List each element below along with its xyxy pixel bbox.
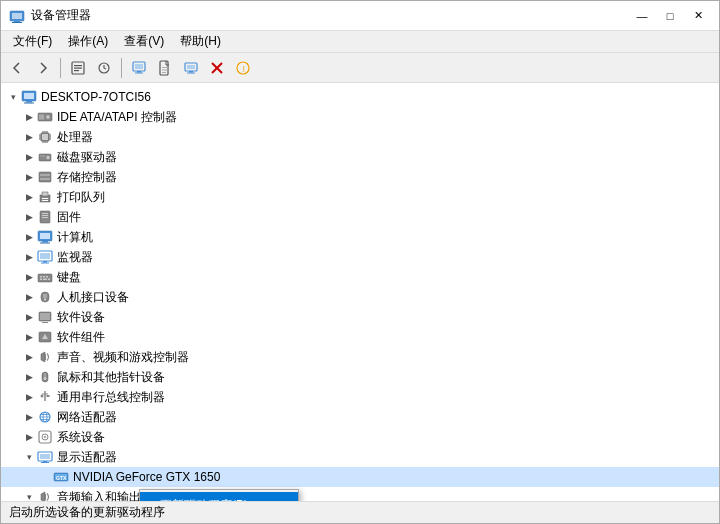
- window-icon: [9, 8, 25, 24]
- tree-item-5[interactable]: ▶ 固件: [1, 207, 719, 227]
- label-9: 人机接口设备: [57, 289, 129, 306]
- label-11: 软件组件: [57, 329, 105, 346]
- tree-item-7[interactable]: ▶ 监视器: [1, 247, 719, 267]
- expand-icon-19[interactable]: ▾: [21, 489, 37, 501]
- menu-view[interactable]: 查看(V): [116, 31, 172, 52]
- expand-icon-3[interactable]: ▶: [21, 169, 37, 185]
- svg-rect-67: [41, 263, 49, 264]
- tree-item-14[interactable]: ▶ 通用串行总线控制器: [1, 387, 719, 407]
- minimize-button[interactable]: —: [629, 6, 655, 26]
- svg-rect-14: [162, 67, 168, 68]
- tree-item-18[interactable]: ▶ GTX NVIDIA GeForce GTX 1650: [1, 467, 719, 487]
- svg-rect-61: [40, 233, 50, 239]
- title-bar: 设备管理器 — □ ✕: [1, 1, 719, 31]
- toolbar-back[interactable]: [5, 56, 29, 80]
- expand-icon-13[interactable]: ▶: [21, 369, 37, 385]
- svg-marker-107: [41, 492, 45, 501]
- svg-rect-101: [40, 454, 50, 459]
- expand-icon-11[interactable]: ▶: [21, 329, 37, 345]
- expand-icon-16[interactable]: ▶: [21, 429, 37, 445]
- menu-help[interactable]: 帮助(H): [172, 31, 229, 52]
- icon-11: [37, 329, 53, 345]
- icon-18: GTX: [53, 469, 69, 485]
- root-expand-icon[interactable]: ▾: [5, 89, 21, 105]
- icon-1: [37, 129, 53, 145]
- svg-rect-71: [46, 276, 48, 278]
- expand-icon-12[interactable]: ▶: [21, 349, 37, 365]
- expand-icon-17[interactable]: ▾: [21, 449, 37, 465]
- label-4: 打印队列: [57, 189, 105, 206]
- expand-icon-6[interactable]: ▶: [21, 229, 37, 245]
- toolbar-properties[interactable]: [66, 56, 90, 80]
- expand-icon-0[interactable]: ▶: [21, 109, 37, 125]
- tree-root[interactable]: ▾ DESKTOP-7OTCI56: [1, 87, 719, 107]
- expand-icon-1[interactable]: ▶: [21, 129, 37, 145]
- window-controls: — □ ✕: [629, 6, 711, 26]
- tree-item-8[interactable]: ▶ 键盘: [1, 267, 719, 287]
- svg-point-99: [44, 436, 46, 438]
- tree-item-2[interactable]: ▶ 磁盘驱动器: [1, 147, 719, 167]
- tree-item-3[interactable]: ▶ 存储控制器: [1, 167, 719, 187]
- toolbar-scan-hardware[interactable]: [92, 56, 116, 80]
- menu-bar: 文件(F) 操作(A) 查看(V) 帮助(H): [1, 31, 719, 53]
- toolbar-computer[interactable]: [127, 56, 151, 80]
- label-14: 通用串行总线控制器: [57, 389, 165, 406]
- tree-item-12[interactable]: ▶ 声音、视频和游戏控制器: [1, 347, 719, 367]
- expand-icon-2[interactable]: ▶: [21, 149, 37, 165]
- svg-rect-26: [24, 93, 34, 99]
- expand-icon-8[interactable]: ▶: [21, 269, 37, 285]
- menu-action[interactable]: 操作(A): [60, 31, 116, 52]
- icon-7: [37, 249, 53, 265]
- tree-item-16[interactable]: ▶ 系统设备: [1, 427, 719, 447]
- device-tree[interactable]: ▾ DESKTOP-7OTCI56 ▶: [1, 83, 719, 501]
- icon-6: [37, 229, 53, 245]
- svg-rect-30: [39, 115, 44, 120]
- svg-text:GTX: GTX: [56, 475, 67, 481]
- tree-item-0[interactable]: ▶ IDE ATA/ATAPI 控制器: [1, 107, 719, 127]
- svg-point-31: [46, 115, 50, 119]
- label-16: 系统设备: [57, 429, 105, 446]
- context-menu-item-0[interactable]: 更新驱动程序(P): [140, 492, 298, 501]
- tree-item-6[interactable]: ▶ 计算机: [1, 227, 719, 247]
- tree-item-13[interactable]: ▶ 鼠标和其他指针设备: [1, 367, 719, 387]
- close-button[interactable]: ✕: [685, 6, 711, 26]
- tree-item-17[interactable]: ▾ 显示适配器: [1, 447, 719, 467]
- label-2: 磁盘驱动器: [57, 149, 117, 166]
- toolbar-monitor[interactable]: [179, 56, 203, 80]
- svg-rect-72: [40, 279, 42, 281]
- svg-rect-79: [40, 313, 50, 320]
- tree-item-15[interactable]: ▶ 网络适配器: [1, 407, 719, 427]
- label-19: 音频输入和输出: [57, 489, 141, 502]
- svg-point-47: [46, 156, 50, 160]
- svg-rect-66: [43, 261, 47, 263]
- maximize-button[interactable]: □: [657, 6, 683, 26]
- toolbar-doc[interactable]: [153, 56, 177, 80]
- label-7: 监视器: [57, 249, 93, 266]
- tree-item-19[interactable]: ▾ 音频输入和输出: [1, 487, 719, 501]
- expand-icon-14[interactable]: ▶: [21, 389, 37, 405]
- tree-item-10[interactable]: ▶ 软件设备: [1, 307, 719, 327]
- expand-icon-9[interactable]: ▶: [21, 289, 37, 305]
- label-8: 键盘: [57, 269, 81, 286]
- tree-item-1[interactable]: ▶: [1, 127, 719, 147]
- expand-icon-4[interactable]: ▶: [21, 189, 37, 205]
- icon-12: [37, 349, 53, 365]
- expand-icon-5[interactable]: ▶: [21, 209, 37, 225]
- svg-rect-12: [135, 72, 143, 73]
- status-text: 启动所选设备的更新驱动程序: [9, 504, 165, 521]
- expand-icon-15[interactable]: ▶: [21, 409, 37, 425]
- svg-rect-20: [187, 72, 195, 73]
- menu-file[interactable]: 文件(F): [5, 31, 60, 52]
- root-computer-icon: [21, 89, 37, 105]
- svg-rect-69: [40, 276, 42, 278]
- svg-rect-51: [40, 178, 50, 180]
- toolbar-info[interactable]: !: [231, 56, 255, 80]
- tree-item-4[interactable]: ▶ 打印队列: [1, 187, 719, 207]
- toolbar-remove[interactable]: [205, 56, 229, 80]
- expand-icon-10[interactable]: ▶: [21, 309, 37, 325]
- svg-rect-84: [45, 354, 46, 360]
- toolbar-forward[interactable]: [31, 56, 55, 80]
- tree-item-11[interactable]: ▶ 软件组件: [1, 327, 719, 347]
- expand-icon-7[interactable]: ▶: [21, 249, 37, 265]
- tree-item-9[interactable]: ▶ 人机接口设备: [1, 287, 719, 307]
